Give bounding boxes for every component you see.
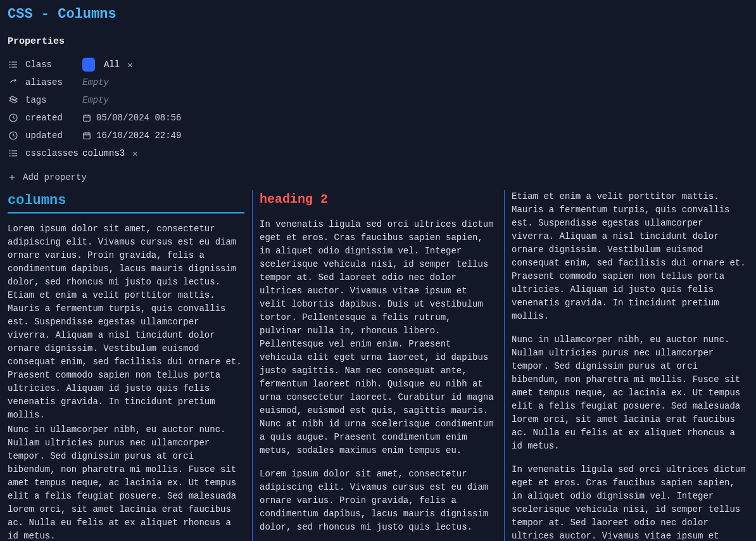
svg-rect-12 [84, 133, 91, 139]
property-value: All [104, 60, 120, 70]
property-key: cssclasses [25, 148, 79, 158]
svg-rect-7 [84, 115, 91, 121]
property-row-tags[interactable]: tags Empty [8, 91, 748, 109]
paragraph: Nunc in ullamcorper nibh, eu auctor nunc… [8, 423, 244, 541]
calendar-icon [82, 131, 91, 140]
paragraph: In venenatis ligula sed orci ultrices di… [260, 218, 496, 457]
properties-heading: Properties [8, 36, 748, 47]
property-key: updated [25, 130, 63, 141]
list-icon [8, 148, 19, 159]
property-key: aliases [25, 77, 63, 87]
property-value: 05/08/2024 08:56 [96, 113, 181, 123]
clear-icon[interactable]: ✕ [127, 60, 132, 70]
svg-point-5 [9, 67, 10, 68]
property-key: Class [25, 60, 52, 70]
tags-icon [8, 94, 19, 106]
calendar-icon [82, 113, 91, 122]
paragraph: Lorem ipsum dolor sit amet, consectetur … [8, 222, 244, 422]
property-key: created [25, 113, 63, 123]
heading-2: heading 2 [260, 190, 496, 209]
svg-point-3 [9, 62, 10, 63]
add-property-label: Add property [23, 172, 87, 182]
svg-point-20 [9, 153, 10, 154]
list-icon [8, 59, 19, 70]
property-row-updated[interactable]: updated 16/10/2024 22:49 [8, 127, 748, 144]
note-body-columns: columns Lorem ipsum dolor sit amet, cons… [8, 190, 748, 541]
svg-point-19 [9, 151, 10, 151]
clock-icon [8, 130, 19, 141]
clock-icon [8, 112, 19, 124]
property-key: tags [25, 95, 47, 105]
heading-1: columns [8, 190, 244, 213]
add-property-button[interactable]: Add property [8, 169, 748, 186]
property-row-class[interactable]: Class All ✕ [8, 56, 748, 73]
property-value: columns3 [82, 148, 125, 158]
properties-table: Class All ✕ aliases Empty [8, 56, 748, 162]
property-row-aliases[interactable]: aliases Empty [8, 73, 748, 91]
svg-point-21 [9, 156, 10, 156]
paragraph: Nunc in ullamcorper nibh, eu auctor nunc… [512, 333, 748, 453]
forward-arrow-icon [8, 77, 19, 88]
page-title: CSS - Columns [8, 6, 748, 22]
property-row-created[interactable]: created 05/08/2024 08:56 [8, 109, 748, 127]
class-color-badge[interactable] [82, 58, 95, 72]
property-value: Empty [82, 95, 109, 105]
property-value: Empty [82, 77, 109, 87]
svg-point-4 [9, 65, 10, 65]
property-row-cssclasses[interactable]: cssclasses columns3 ✕ [8, 144, 748, 162]
clear-icon[interactable]: ✕ [132, 148, 137, 159]
property-value: 16/10/2024 22:49 [96, 130, 181, 141]
